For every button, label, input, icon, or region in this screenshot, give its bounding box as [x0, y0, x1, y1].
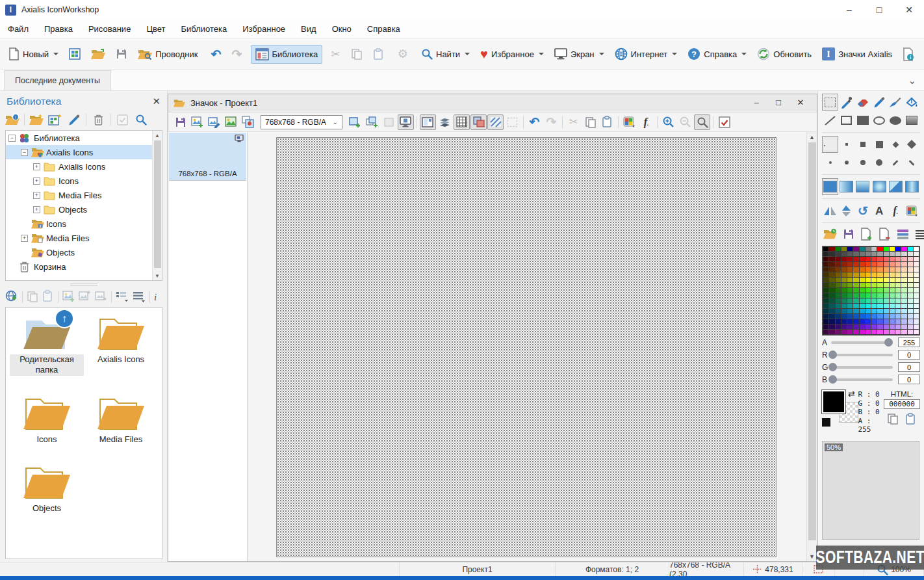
palette-color[interactable]: [914, 298, 919, 304]
palette-color[interactable]: [853, 283, 859, 288]
palette-color[interactable]: [823, 298, 829, 304]
doc-maximize-button[interactable]: □: [767, 94, 789, 112]
palette-color[interactable]: [847, 246, 853, 252]
palette-color[interactable]: [829, 267, 835, 272]
palette-color[interactable]: [836, 330, 841, 335]
menu-вид[interactable]: Вид: [293, 20, 324, 38]
palette-color[interactable]: [823, 304, 829, 309]
palette-color[interactable]: [871, 278, 877, 283]
palette-color[interactable]: [823, 293, 829, 298]
save-diskette-button[interactable]: [111, 45, 132, 63]
folder-item-родительская-папка[interactable]: ↑Родительская папка: [10, 314, 84, 376]
palette-color[interactable]: [890, 252, 895, 257]
palette-color[interactable]: [847, 278, 853, 283]
найти-button[interactable]: Найти: [417, 45, 474, 63]
fillstyle-radial-tool[interactable]: [871, 178, 887, 195]
palette-color[interactable]: [866, 283, 871, 288]
palette-color[interactable]: [853, 324, 859, 330]
canvas-vertical-scrollbar[interactable]: ▲ ▼: [806, 132, 817, 561]
fillstyle-v-tool[interactable]: [854, 178, 871, 195]
palette-color[interactable]: [823, 252, 829, 257]
folder-item-objects[interactable]: Objects: [10, 463, 84, 514]
palette-color[interactable]: [823, 246, 829, 252]
palette-color[interactable]: [866, 267, 871, 272]
palette-color[interactable]: [914, 309, 919, 314]
palette-color[interactable]: [914, 324, 919, 330]
palette-color[interactable]: [847, 288, 853, 293]
palette-color[interactable]: [836, 246, 841, 252]
palette-color[interactable]: [853, 252, 859, 257]
palette-color[interactable]: [871, 257, 877, 262]
palette-color[interactable]: [914, 257, 919, 262]
slider-thumb[interactable]: [828, 350, 837, 359]
palette-color[interactable]: [901, 257, 907, 262]
image-dup-button[interactable]: [240, 114, 256, 130]
doc-minimize-button[interactable]: –: [745, 94, 767, 112]
fill-bucket-tool[interactable]: [904, 94, 920, 111]
palette-color[interactable]: [908, 309, 914, 314]
palette-color[interactable]: [829, 304, 835, 309]
palette-color[interactable]: [829, 288, 835, 293]
rect-outline-tool[interactable]: [838, 112, 854, 129]
palette-color[interactable]: [841, 288, 847, 293]
palette-color[interactable]: [829, 330, 835, 335]
palette-color[interactable]: [847, 309, 853, 314]
secondary-color-swatch[interactable]: [822, 418, 830, 427]
palette-color[interactable]: [829, 257, 835, 262]
copy-button[interactable]: [346, 45, 367, 63]
size-diamond-1-tool[interactable]: [888, 136, 904, 153]
tree-item-корзина[interactable]: Корзина: [6, 259, 162, 274]
copy-button[interactable]: [27, 291, 38, 304]
size-dot-3-tool[interactable]: [854, 154, 871, 171]
image-edit-button[interactable]: [206, 114, 222, 130]
slider-value[interactable]: 0: [898, 362, 920, 372]
palette-color[interactable]: [908, 252, 914, 257]
palette-color[interactable]: [884, 272, 890, 278]
palette-color[interactable]: [866, 293, 871, 298]
tree-item-axialis-icons[interactable]: −Axialis Icons: [6, 145, 162, 159]
palette-color[interactable]: [823, 267, 829, 272]
rect-filled-tool[interactable]: [854, 112, 871, 129]
expand-icon[interactable]: +: [21, 235, 28, 242]
palette-color[interactable]: [877, 304, 883, 309]
palette-color[interactable]: [895, 267, 901, 272]
image-add-button[interactable]: [189, 114, 205, 130]
palette-color[interactable]: [877, 324, 883, 330]
palette-color[interactable]: [908, 304, 914, 309]
справка-button[interactable]: ?Справка: [683, 44, 751, 64]
palette-color[interactable]: [836, 278, 841, 283]
новый-button[interactable]: Новый: [4, 44, 63, 64]
palette-color[interactable]: [884, 246, 890, 252]
palette-color[interactable]: [823, 262, 829, 267]
format-select[interactable]: 768x768 - RGB/A⌄: [261, 115, 342, 129]
palette-color[interactable]: [884, 304, 890, 309]
size-slash-1-tool[interactable]: [888, 154, 904, 171]
palette-color[interactable]: [895, 283, 901, 288]
palette-color[interactable]: [901, 298, 907, 304]
palette-color[interactable]: [914, 304, 919, 309]
palette-color[interactable]: [841, 304, 847, 309]
chevron-down-icon[interactable]: ⌄: [908, 75, 916, 86]
palette-color[interactable]: [836, 257, 841, 262]
palette-color[interactable]: [871, 298, 877, 304]
open-folder-button[interactable]: [86, 45, 110, 64]
select-rect-tool[interactable]: [822, 94, 838, 111]
palette-color[interactable]: [908, 314, 914, 319]
palette-color[interactable]: [836, 267, 841, 272]
gradient-bars-button[interactable]: [897, 229, 909, 242]
zoom-in-button[interactable]: [660, 114, 676, 130]
palette-color[interactable]: [901, 293, 907, 298]
grid-button[interactable]: [454, 114, 470, 130]
slider-thumb[interactable]: [884, 338, 893, 347]
palette-color[interactable]: [860, 319, 866, 324]
palette-color[interactable]: [841, 293, 847, 298]
palette-color[interactable]: [836, 252, 841, 257]
palette-color[interactable]: [860, 252, 866, 257]
palette-color[interactable]: [871, 309, 877, 314]
tree-item-библиотека[interactable]: −Библиотека: [6, 131, 162, 145]
palette-color[interactable]: [908, 293, 914, 298]
palette-color[interactable]: [823, 309, 829, 314]
minimize-button[interactable]: –: [834, 0, 864, 20]
size-slash-2-tool[interactable]: [904, 154, 920, 171]
palette-color[interactable]: [890, 293, 895, 298]
